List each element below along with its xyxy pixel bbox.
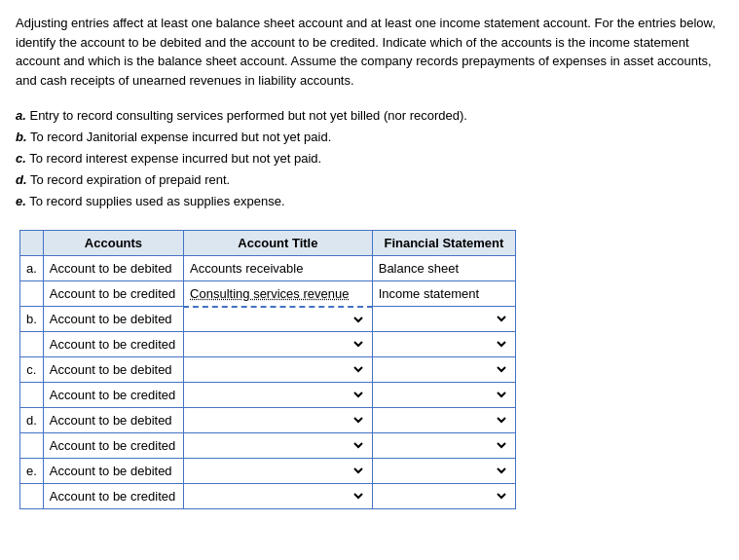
row-b-debit-title-cell[interactable] [184,307,373,332]
row-a-credit-account: Account to be credited [43,281,183,307]
row-c-credit-account: Account to be credited [43,383,183,408]
row-b-credit-title-cell[interactable] [184,332,373,357]
row-b-credit-fs-select[interactable] [379,336,509,353]
row-c-credit-fs-cell[interactable] [372,383,515,408]
row-letter-e: e. [20,459,44,484]
row-letter-empty [20,332,44,357]
row-letter-empty [20,433,44,459]
row-d-credit-fs-cell[interactable] [372,433,515,459]
row-letter-c: c. [20,357,44,383]
row-c-debit-fs-select[interactable] [379,361,509,378]
table-row: Account to be credited [20,281,516,307]
row-e-debit-title-cell[interactable] [184,459,373,484]
row-e-credit-fs-cell[interactable] [372,484,515,509]
row-c-credit-fs-select[interactable] [379,387,509,403]
row-a-debit-fs-cell[interactable] [372,256,515,281]
row-d-debit-fs-cell[interactable] [372,408,515,433]
row-d-credit-account: Account to be credited [43,433,183,459]
row-d-debit-title-select[interactable] [190,412,366,429]
entry-c: c. To record interest expense incurred b… [16,148,723,169]
row-a-debit-title-cell[interactable] [184,256,373,281]
row-a-debit-title-input[interactable] [190,261,366,276]
row-b-debit-title-select[interactable] [190,312,366,328]
row-d-debit-account: Account to be debited [43,408,183,433]
row-c-credit-title-select[interactable] [190,387,366,403]
table-row: b. Account to be debited [20,307,516,332]
row-letter-d: d. [20,408,44,433]
row-d-credit-fs-select[interactable] [379,437,509,454]
row-a-debit-fs-input[interactable] [379,261,509,276]
row-a-credit-fs-input[interactable] [379,286,509,301]
row-b-debit-account: Account to be debited [43,307,183,332]
row-b-debit-fs-cell[interactable] [372,307,515,332]
accounting-table: Accounts Account Title Financial Stateme… [19,230,516,509]
row-d-debit-title-cell[interactable] [184,408,373,433]
table-row: c. Account to be debited [20,357,516,383]
entry-a: a. Entry to record consulting services p… [16,105,723,127]
table-row: d. Account to be debited [20,408,516,433]
col-header-fs: Financial Statement [372,231,515,256]
row-d-credit-title-cell[interactable] [184,433,373,459]
row-a-debit-account: Account to be debited [43,256,183,281]
row-b-credit-title-select[interactable] [190,336,366,353]
col-header-title: Account Title [184,231,373,256]
row-letter-a: a. [20,256,44,281]
row-a-credit-title-input[interactable] [190,286,366,301]
row-e-debit-fs-select[interactable] [379,463,509,479]
row-e-credit-title-select[interactable] [190,488,366,504]
row-e-debit-account: Account to be debited [43,459,183,484]
row-d-credit-title-select[interactable] [190,437,366,454]
row-a-credit-fs-cell[interactable] [372,281,515,307]
row-a-credit-title-cell[interactable] [184,281,373,307]
entry-d: d. To record expiration of prepaid rent. [16,169,723,191]
entry-b: b. To record Janitorial expense incurred… [16,127,723,148]
intro-paragraph: Adjusting entries affect at least one ba… [16,14,723,90]
row-c-debit-title-select[interactable] [190,361,366,378]
row-e-credit-title-cell[interactable] [184,484,373,509]
row-e-debit-title-select[interactable] [190,463,366,479]
row-e-credit-account: Account to be credited [43,484,183,509]
table-row: Account to be credited [20,383,516,408]
row-e-debit-fs-cell[interactable] [372,459,515,484]
row-c-debit-fs-cell[interactable] [372,357,515,383]
row-letter-empty [20,383,44,408]
table-row: Account to be credited [20,433,516,459]
table-row: e. Account to be debited [20,459,516,484]
col-header-accounts: Accounts [43,231,183,256]
row-letter-empty [20,484,44,509]
row-c-debit-title-cell[interactable] [184,357,373,383]
row-letter-b: b. [20,307,44,332]
table-row: a. Account to be debited [20,256,516,281]
entries-list: a. Entry to record consulting services p… [16,105,723,212]
entry-e: e. To record supplies used as supplies e… [16,191,723,212]
table-row: Account to be credited [20,484,516,509]
row-c-credit-title-cell[interactable] [184,383,373,408]
row-b-credit-fs-cell[interactable] [372,332,515,357]
col-header-letter [20,231,44,256]
row-b-debit-fs-select[interactable] [379,311,509,327]
row-e-credit-fs-select[interactable] [379,488,509,504]
row-c-debit-account: Account to be debited [43,357,183,383]
row-letter-empty [20,281,44,307]
row-b-credit-account: Account to be credited [43,332,183,357]
row-d-debit-fs-select[interactable] [379,412,509,429]
table-row: Account to be credited [20,332,516,357]
